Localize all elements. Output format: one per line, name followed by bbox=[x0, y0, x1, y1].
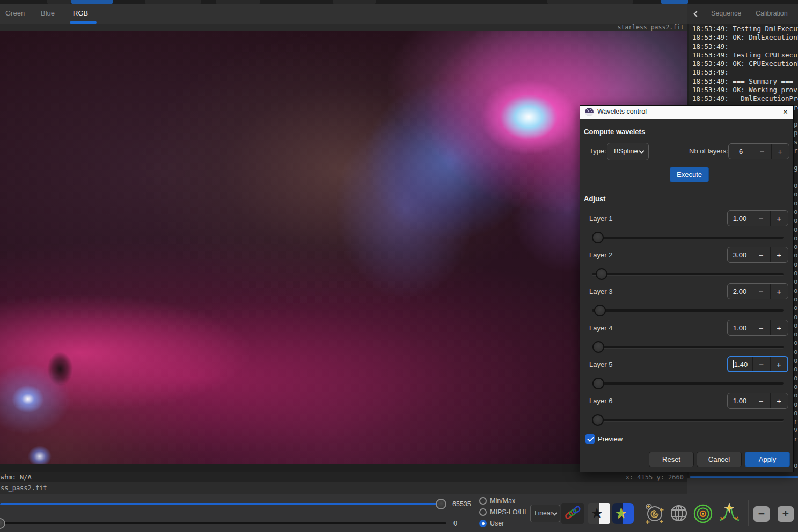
lo-cutoff-slider[interactable] bbox=[0, 518, 448, 529]
layer-slider[interactable] bbox=[592, 414, 784, 426]
wavelet-layer-row: Layer 61.00−+ bbox=[580, 393, 793, 427]
star-detection-button[interactable]: ★ ★ bbox=[588, 503, 610, 524]
layer-value-field[interactable]: 1.00 bbox=[728, 393, 752, 408]
zoom-in-button[interactable]: + bbox=[778, 506, 794, 522]
layer-decrement-button[interactable]: − bbox=[752, 393, 771, 408]
tab-calibration[interactable]: Calibration bbox=[756, 4, 788, 24]
channel-link-button[interactable] bbox=[561, 503, 584, 524]
reset-button[interactable]: Reset bbox=[649, 452, 694, 467]
slider-handle[interactable] bbox=[592, 232, 604, 243]
slider-handle[interactable] bbox=[592, 341, 604, 353]
astrometry-button[interactable] bbox=[643, 501, 667, 526]
layer-value-field[interactable]: 3.00 bbox=[728, 247, 752, 262]
blue-star-left-icon: ★ bbox=[612, 503, 623, 524]
layer-spinbox[interactable]: 1.40−+ bbox=[727, 356, 788, 372]
layer-decrement-button[interactable]: − bbox=[752, 284, 771, 299]
radio-minmax[interactable] bbox=[479, 497, 487, 505]
layer-increment-button[interactable]: + bbox=[771, 357, 788, 371]
layer-increment-button[interactable]: + bbox=[771, 247, 788, 262]
layer-increment-button[interactable]: + bbox=[771, 284, 788, 299]
radio-minmax-label[interactable]: Min/Max bbox=[490, 497, 515, 505]
preview-checkbox[interactable] bbox=[585, 434, 595, 444]
tab-sequence[interactable]: Sequence bbox=[711, 4, 741, 24]
preview-label[interactable]: Preview bbox=[598, 435, 623, 443]
slider-handle[interactable] bbox=[592, 378, 604, 389]
layer-slider[interactable] bbox=[592, 378, 784, 389]
current-file-row: ss_pass2.fit bbox=[0, 482, 687, 494]
close-icon[interactable]: × bbox=[783, 106, 788, 118]
tab-blue[interactable]: Blue bbox=[41, 4, 55, 24]
slider-handle[interactable] bbox=[596, 268, 607, 280]
apply-button[interactable]: Apply bbox=[745, 452, 790, 467]
dialog-titlebar[interactable]: Wavelets control × bbox=[580, 106, 793, 119]
execute-button[interactable]: Execute bbox=[670, 167, 709, 182]
slider-handle[interactable] bbox=[594, 305, 606, 316]
collapse-panel-icon[interactable] bbox=[693, 11, 699, 17]
layer-slider[interactable] bbox=[592, 268, 784, 280]
layer-decrement-button[interactable]: − bbox=[752, 320, 771, 335]
log-edge-char: o bbox=[794, 260, 798, 269]
log-edge-char: o bbox=[794, 242, 798, 251]
log-line: 18:53:49: bbox=[692, 68, 798, 77]
log-edge-char: o bbox=[794, 330, 798, 338]
layer-slider[interactable] bbox=[592, 305, 784, 316]
layer-decrement-button[interactable]: − bbox=[753, 357, 771, 371]
type-label: Type: bbox=[589, 147, 606, 155]
log-edge-char: o bbox=[794, 321, 798, 330]
log-edge-char: pr bbox=[794, 120, 798, 129]
log-edge-char: o bbox=[794, 216, 798, 225]
psf-button[interactable] bbox=[718, 502, 741, 524]
layer-spinbox[interactable]: 1.00−+ bbox=[727, 210, 788, 226]
slider-handle[interactable] bbox=[592, 414, 604, 426]
star-recomposition-button[interactable]: ★ ★ bbox=[612, 503, 634, 524]
slider-fill bbox=[0, 503, 441, 505]
wavelets-dialog: Wavelets control × Compute wavelets Type… bbox=[580, 105, 794, 472]
layer-value-field[interactable]: 1.40 bbox=[728, 357, 753, 371]
layer-spinbox[interactable]: 1.00−+ bbox=[727, 320, 788, 336]
nb-layers-value[interactable]: 6 bbox=[729, 144, 753, 159]
toolbar-button-hint bbox=[47, 0, 71, 4]
layer-increment-button[interactable]: + bbox=[771, 393, 788, 408]
log-edge-char: o bbox=[794, 374, 798, 382]
layer-spinbox[interactable]: 3.00−+ bbox=[727, 247, 788, 263]
radio-mips-label[interactable]: MIPS-LO/HI bbox=[490, 508, 526, 516]
current-filename: ss_pass2.fit bbox=[1, 484, 47, 492]
star-half-dark-icon: ★ bbox=[588, 503, 599, 524]
radio-user[interactable] bbox=[479, 520, 487, 527]
layer-decrement-button[interactable]: − bbox=[752, 211, 771, 226]
concentric-target-icon bbox=[691, 502, 715, 526]
layer-spinbox[interactable]: 1.00−+ bbox=[727, 393, 788, 409]
slider-track bbox=[592, 382, 784, 385]
layer-label: Layer 3 bbox=[589, 287, 612, 295]
cancel-button[interactable]: Cancel bbox=[697, 452, 742, 467]
layer-value-field[interactable]: 1.00 bbox=[728, 320, 752, 335]
zoom-out-button[interactable]: − bbox=[753, 506, 770, 522]
display-mode-dropdown[interactable]: Linear bbox=[530, 505, 560, 522]
layer-spinbox[interactable]: 2.00−+ bbox=[727, 283, 788, 299]
layer-increment-button[interactable]: + bbox=[771, 211, 788, 226]
radio-user-label[interactable]: User bbox=[490, 520, 504, 527]
text-caret bbox=[733, 360, 734, 368]
layer-increment-button[interactable]: + bbox=[771, 320, 788, 335]
slider-handle[interactable] bbox=[436, 499, 446, 509]
layer-decrement-button[interactable]: − bbox=[752, 247, 771, 262]
tab-green[interactable]: Green bbox=[5, 4, 25, 24]
wavelet-type-dropdown[interactable]: BSpline bbox=[607, 143, 649, 160]
log-edge-char: o bbox=[794, 338, 798, 347]
radio-mips[interactable] bbox=[479, 508, 487, 516]
photometry-button[interactable] bbox=[669, 503, 689, 524]
nb-layers-spinbox[interactable]: 6 − + bbox=[728, 143, 789, 159]
layer-slider[interactable] bbox=[592, 232, 784, 243]
log-edge-char: o bbox=[794, 409, 798, 417]
annotation-button[interactable] bbox=[691, 502, 715, 526]
layer-value-field[interactable]: 1.00 bbox=[728, 211, 752, 226]
toolbar-button-hint bbox=[71, 0, 113, 4]
layer-slider[interactable] bbox=[592, 341, 784, 353]
nb-layers-decrement-button[interactable]: − bbox=[753, 144, 772, 159]
nb-layers-increment-button[interactable]: + bbox=[772, 144, 789, 159]
log-edge-char: o bbox=[794, 348, 798, 356]
log-edge-char: pr bbox=[794, 129, 798, 137]
hi-cutoff-slider[interactable] bbox=[0, 499, 448, 509]
layer-value-field[interactable]: 2.00 bbox=[728, 284, 752, 299]
slider-handle[interactable] bbox=[0, 518, 5, 529]
